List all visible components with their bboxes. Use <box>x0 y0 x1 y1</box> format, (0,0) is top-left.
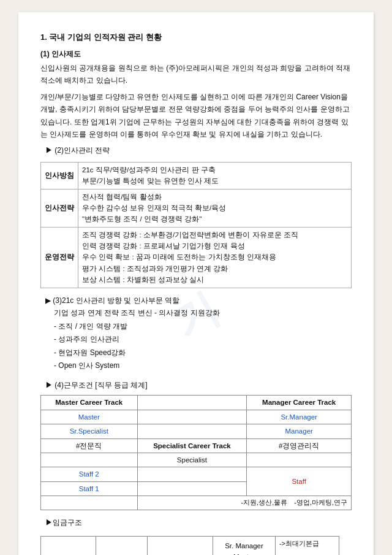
middle-empty <box>137 396 247 410</box>
label-insabangchin: 인사방침 <box>41 162 78 189</box>
mid-empty3 <box>41 453 138 467</box>
left-track-header: Master Career Track <box>41 396 138 410</box>
section5: ▶임금구조 Sr. ManagerMaster ->최대기본급->최소기본급 (… <box>40 516 352 555</box>
section4-bullet: ▶ (4)근무조건 [직무 등급 체계] <box>40 379 352 391</box>
specialist-track-header: Specialist Career Track <box>137 438 247 453</box>
mid-empty2 <box>137 424 247 438</box>
mid-empty4 <box>247 453 352 467</box>
section-insajedo: (1) 인사제도 신입사원의 공개채용을 원칙으로 하는 (주)아모레퍼시픽은 … <box>40 49 352 140</box>
table-row: 운영전략 조직 경쟁력 강화 : 소부환경/기업전략변화에 변환이 자유로운 조… <box>41 227 352 288</box>
staff1-cell: Staff 1 <box>41 481 138 496</box>
content: 1. 국내 기업의 인적자원 관리 현황 (1) 인사제도 신입사원의 공개채용… <box>40 32 352 555</box>
section1-para2: 개인/부문/기능별로 다양하고 유연한 인사제도를 실현하고 이에 따른 개개인… <box>40 91 352 141</box>
mid-empty5 <box>137 467 247 481</box>
content-unyeongjeonryak: 조직 경쟁력 강화 : 소부환경/기업전략변화에 변환이 자유로운 조직 인력 … <box>78 227 352 288</box>
section-strategy: ▶ (2)인사관리 전략 인사방침 21c 직무/역량/성과주의 인사관리 판 … <box>40 144 352 288</box>
master-cell: Master <box>41 410 138 424</box>
section3: ▶ (3)21c 인사관리 방향 및 인사부문 역할 기업 성과 연계 전략 조… <box>40 294 352 373</box>
wage-table: Sr. ManagerMaster ->최대기본급->최소기본급 (↕Overl… <box>40 536 339 555</box>
mid-empty1 <box>137 410 247 424</box>
section3-item2: - 성과주의 인사관리 <box>40 333 352 346</box>
label-unyeongjeonryak: 운영전략 <box>41 227 78 288</box>
section4: ▶ (4)근무조건 [직무 등급 체계] Master Career Track… <box>40 379 352 510</box>
srspecialist-cell: Sr.Specialist <box>41 424 138 438</box>
wage-row-1: Sr. ManagerMaster ->최대기본급->최소기본급 <box>41 537 339 555</box>
wage-right-top: ->최대기본급->최소기본급 <box>275 537 339 555</box>
career-note-row: -지원,생산,물류 -영업,마케팅,연구 <box>41 496 352 510</box>
mid-empty6 <box>137 481 247 496</box>
career-row-3: #전문직 Specialist Career Track #경영관리직 <box>41 438 352 453</box>
career-table: Master Career Track Manager Career Track… <box>40 395 352 510</box>
table-row: 인사전략 전사적 협력/팀웍 활성화 우수한 감수성 보유 인재의 적극적 확보… <box>41 189 352 227</box>
section3-item1: - 조직 / 개인 역량 개발 <box>40 320 352 334</box>
wage-structure: Sr. ManagerMaster ->최대기본급->최소기본급 (↕Overl… <box>40 532 352 555</box>
wage-c2r1 <box>96 537 148 555</box>
career-header-row: Master Career Track Manager Career Track <box>41 396 352 410</box>
staff2-cell: Staff 2 <box>41 467 138 481</box>
specialist-cell: Specialist <box>137 453 247 467</box>
section1-title: (1) 인사제도 <box>40 49 352 59</box>
gyeongyeong-cell: #경영관리직 <box>247 438 352 453</box>
srmanager-cell: Sr.Manager <box>247 410 352 424</box>
section3-bullet: ▶ (3)21c 인사관리 방향 및 인사부문 역할 <box>40 294 352 307</box>
page: 기 1. 국내 기업의 인적자원 관리 현황 (1) 인사제도 신입사원의 공개… <box>18 12 374 555</box>
career-row-1: Master Sr.Manager <box>41 410 352 424</box>
wage-c4r1: Sr. ManagerMaster <box>213 537 276 555</box>
wage-c1r1 <box>41 537 96 555</box>
section3-item4: - Open 인사 System <box>40 359 352 373</box>
career-row-4: Specialist <box>41 453 352 467</box>
section5-bullet: ▶임금구조 <box>40 516 352 529</box>
career-row-2: Sr.Specialist Manager <box>41 424 352 438</box>
strategy-table: 인사방침 21c 직무/역량/성과주의 인사관리 판 구축 부문/기능별 특성에… <box>40 162 352 288</box>
content-insajeonryak: 전사적 협력/팀웍 활성화 우수한 감수성 보유 인재의 적극적 확보/육성 "… <box>78 189 352 227</box>
table-row: 인사방침 21c 직무/역량/성과주의 인사관리 판 구축 부문/기능별 특성에… <box>41 162 352 189</box>
staff-right-cell: Staff <box>247 467 352 496</box>
section3-item3: - 현업자원 Speed강화 <box>40 346 352 360</box>
section2-bullet: ▶ (2)인사관리 전략 <box>40 144 352 156</box>
jeonmunjik-cell: #전문직 <box>41 438 138 453</box>
section1-para1: 신입사원의 공개채용을 원칙으로 하는 (주)아모레퍼시픽은 개인의 적성과 희… <box>40 62 352 87</box>
career-note: -지원,생산,물류 -영업,마케팅,연구 <box>137 496 351 510</box>
content-insabangchin: 21c 직무/역량/성과주의 인사관리 판 구축 부문/기능별 특성에 맞는 유… <box>78 162 352 189</box>
wage-c3r1 <box>148 537 213 555</box>
career-row-5: Staff 2 Staff <box>41 467 352 481</box>
section3-line1: 기업 성과 연계 전략 조직 변신 - 의사결정 지원강화 <box>40 307 352 320</box>
label-insajeonryak: 인사전략 <box>41 189 78 227</box>
note-empty <box>41 496 138 510</box>
main-title: 1. 국내 기업의 인적자원 관리 현황 <box>40 32 352 43</box>
manager-cell: Manager <box>247 424 352 438</box>
right-track-header: Manager Career Track <box>247 396 352 410</box>
